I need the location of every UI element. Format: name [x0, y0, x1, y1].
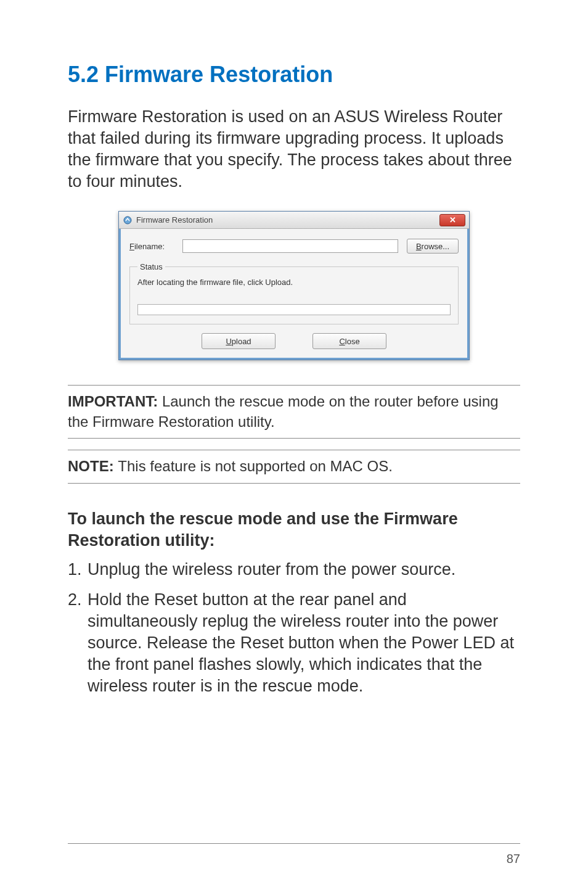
upload-button[interactable]: Upload [202, 333, 276, 349]
note-text: This feature is not supported on MAC OS. [118, 458, 393, 474]
app-icon [123, 215, 133, 225]
list-number: 2. [68, 589, 88, 697]
dialog-screenshot-wrapper: Firmware Restoration ✕ Filename: Browse.… [68, 211, 520, 360]
dialog-body: Filename: Browse... Status After locatin… [119, 229, 469, 360]
note-label: NOTE: [68, 458, 118, 474]
important-label: IMPORTANT: [68, 393, 162, 410]
filename-label: Filename: [129, 242, 174, 251]
list-item: 1. Unplug the wireless router from the p… [68, 559, 520, 580]
page-number: 87 [507, 852, 520, 866]
intro-paragraph: Firmware Restoration is used on an ASUS … [68, 106, 520, 192]
important-note: IMPORTANT: Launch the rescue mode on the… [68, 385, 520, 439]
close-icon[interactable]: ✕ [439, 214, 465, 226]
status-fieldset: Status After locating the firmware file,… [129, 262, 459, 324]
list-text: Hold the Reset button at the rear panel … [88, 589, 520, 697]
dialog-button-row: Upload Close [129, 333, 459, 349]
progress-bar [137, 304, 451, 315]
footer-divider [68, 843, 520, 844]
section-heading: 5.2 Firmware Restoration [68, 62, 520, 88]
status-legend: Status [137, 262, 165, 271]
status-text: After locating the firmware file, click … [137, 278, 451, 287]
firmware-restoration-dialog: Firmware Restoration ✕ Filename: Browse.… [118, 211, 470, 360]
filename-input[interactable] [182, 239, 398, 253]
filename-row: Filename: Browse... [129, 239, 459, 254]
list-text: Unplug the wireless router from the powe… [88, 559, 520, 580]
dialog-title: Firmware Restoration [136, 215, 213, 225]
subheading: To launch the rescue mode and use the Fi… [68, 508, 520, 551]
browse-button[interactable]: Browse... [407, 239, 459, 254]
list-item: 2. Hold the Reset button at the rear pan… [68, 589, 520, 697]
note-box: NOTE: This feature is not supported on M… [68, 450, 520, 483]
list-number: 1. [68, 559, 88, 580]
close-button[interactable]: Close [312, 333, 386, 349]
dialog-titlebar: Firmware Restoration ✕ [119, 212, 469, 229]
